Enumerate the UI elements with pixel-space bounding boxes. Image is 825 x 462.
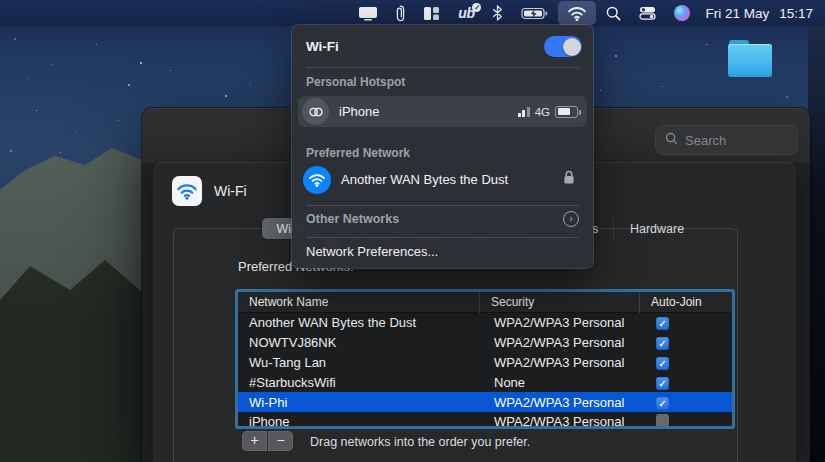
search-placeholder: Search xyxy=(685,133,726,148)
table-row[interactable]: Wi-PhiWPA2/WPA3 Personal✓ xyxy=(238,392,732,412)
star xyxy=(706,44,707,45)
star xyxy=(140,62,142,64)
network-name-cell: Wi-Phi xyxy=(238,395,480,410)
menu-bar-clock[interactable]: Fri 21 May 15:17 xyxy=(699,6,813,21)
toggle-knob xyxy=(563,38,581,56)
device-battery-icon xyxy=(555,106,578,118)
star xyxy=(205,52,206,53)
table-row[interactable]: Wu-Tang LanWPA2/WPA3 Personal✓ xyxy=(238,353,732,373)
other-networks-label: Other Networks xyxy=(306,212,399,226)
network-preferences-item[interactable]: Network Preferences... xyxy=(306,244,438,259)
desktop-folder-icon[interactable] xyxy=(728,40,772,77)
lock-icon xyxy=(563,170,575,189)
auto-join-cell: ✓ xyxy=(640,315,732,330)
cellular-signal-icon xyxy=(518,107,530,117)
menu-divider xyxy=(306,67,579,68)
network-name-cell: iPhone xyxy=(238,414,480,426)
star xyxy=(52,64,53,65)
search-icon xyxy=(665,132,678,148)
ub-check-badge: ✓ xyxy=(472,3,481,12)
auto-join-cell xyxy=(640,414,732,426)
preferred-network-item[interactable]: Another WAN Bytes the Dust xyxy=(298,163,587,196)
menu-divider xyxy=(306,237,579,238)
star xyxy=(118,120,119,121)
auto-join-cell: ✓ xyxy=(640,355,732,370)
security-cell: WPA2/WPA3 Personal xyxy=(480,335,640,350)
table-row[interactable]: #StarbucksWifiNone✓ xyxy=(238,372,732,392)
table-header: Network NameSecurityAuto-Join xyxy=(238,292,732,313)
drag-hint-text: Drag networks into the order you prefer. xyxy=(310,435,530,449)
auto-join-checkbox[interactable] xyxy=(656,414,669,426)
star xyxy=(615,55,617,57)
control-center-icon[interactable] xyxy=(630,1,665,25)
battery-charging-icon[interactable] xyxy=(512,1,557,25)
auto-join-cell: ✓ xyxy=(640,335,732,350)
chevron-right-circle-icon: › xyxy=(563,211,579,227)
other-networks-item[interactable]: Other Networks › xyxy=(306,211,579,227)
preferred-network-header: Preferred Network xyxy=(306,146,410,160)
connected-wifi-icon xyxy=(303,166,331,194)
table-body: Another WAN Bytes the DustWPA2/WPA3 Pers… xyxy=(238,313,732,426)
security-cell: WPA2/WPA3 Personal xyxy=(480,355,640,370)
preferred-networks-table[interactable]: Network NameSecurityAuto-Join Another WA… xyxy=(238,292,732,426)
tab-hardware[interactable]: Hardware xyxy=(614,218,700,239)
auto-join-checkbox[interactable]: ✓ xyxy=(656,357,669,370)
star xyxy=(786,96,788,98)
search-field[interactable]: Search xyxy=(655,125,798,155)
menu-bar: ub✓ Fri 21 May 15:17 xyxy=(0,0,825,26)
siri-icon[interactable] xyxy=(665,1,699,25)
star xyxy=(250,84,251,85)
hotspot-item-iphone[interactable]: iPhone 4G xyxy=(298,96,587,127)
star xyxy=(128,84,130,86)
interface-header: Wi-Fi xyxy=(172,176,247,206)
desktop: Wi-Fi Wi-FiTCP/IPDNSWINS802.1XProxiesHar… xyxy=(0,0,825,462)
interface-label: Wi-Fi xyxy=(214,183,247,199)
auto-join-cell: ✓ xyxy=(640,375,732,390)
wifi-toggle[interactable] xyxy=(544,36,582,57)
network-name-cell: Another WAN Bytes the Dust xyxy=(238,315,480,330)
auto-join-checkbox[interactable]: ✓ xyxy=(656,337,669,350)
network-name-cell: Wu-Tang Lan xyxy=(238,355,480,370)
clock-date: Fri 21 May xyxy=(705,6,769,21)
screen-mirroring-icon[interactable] xyxy=(349,1,387,25)
table-row[interactable]: iPhoneWPA2/WPA3 Personal xyxy=(238,412,732,426)
wifi-app-icon xyxy=(172,176,202,206)
table-row[interactable]: Another WAN Bytes the DustWPA2/WPA3 Pers… xyxy=(238,313,732,333)
bluetooth-icon[interactable] xyxy=(483,1,512,25)
remove-network-button[interactable]: − xyxy=(268,431,293,451)
window-tiling-icon[interactable] xyxy=(414,1,449,25)
spotlight-icon[interactable] xyxy=(597,1,630,25)
ub-app-icon[interactable]: ub✓ xyxy=(449,1,483,25)
paperclip-icon[interactable] xyxy=(387,1,414,25)
wifi-menu-bar-icon[interactable] xyxy=(558,1,596,25)
star xyxy=(96,44,97,45)
preferred-network-name: Another WAN Bytes the Dust xyxy=(341,172,508,187)
table-row[interactable]: NOWTVJ86NKWPA2/WPA3 Personal✓ xyxy=(238,333,732,353)
folder-body xyxy=(728,44,772,77)
column-header-network-name[interactable]: Network Name xyxy=(238,292,480,313)
star xyxy=(60,152,61,153)
wifi-menu-title: Wi-Fi xyxy=(306,39,339,54)
star xyxy=(28,78,29,79)
auto-join-checkbox[interactable]: ✓ xyxy=(656,397,669,410)
wifi-dropdown-menu: Wi-Fi Personal Hotspot iPhone 4G Preferr… xyxy=(292,25,593,268)
personal-hotspot-header: Personal Hotspot xyxy=(306,75,405,89)
network-name-cell: #StarbucksWifi xyxy=(238,375,480,390)
security-cell: WPA2/WPA3 Personal xyxy=(480,315,640,330)
column-header-auto-join[interactable]: Auto-Join xyxy=(640,292,732,313)
star xyxy=(36,110,37,111)
add-remove-group: + − xyxy=(242,431,293,451)
security-cell: WPA2/WPA3 Personal xyxy=(480,414,640,426)
menu-divider xyxy=(306,205,579,206)
star xyxy=(76,132,77,133)
auto-join-checkbox[interactable]: ✓ xyxy=(656,377,669,390)
auto-join-checkbox[interactable]: ✓ xyxy=(656,317,669,330)
add-network-button[interactable]: + xyxy=(242,431,267,451)
star xyxy=(10,150,12,152)
clock-time: 15:17 xyxy=(779,6,813,21)
column-header-security[interactable]: Security xyxy=(480,292,640,313)
star xyxy=(170,70,171,71)
network-name-cell: NOWTVJ86NK xyxy=(238,335,480,350)
wallpaper-right-shade xyxy=(808,26,825,462)
security-cell: None xyxy=(480,375,640,390)
